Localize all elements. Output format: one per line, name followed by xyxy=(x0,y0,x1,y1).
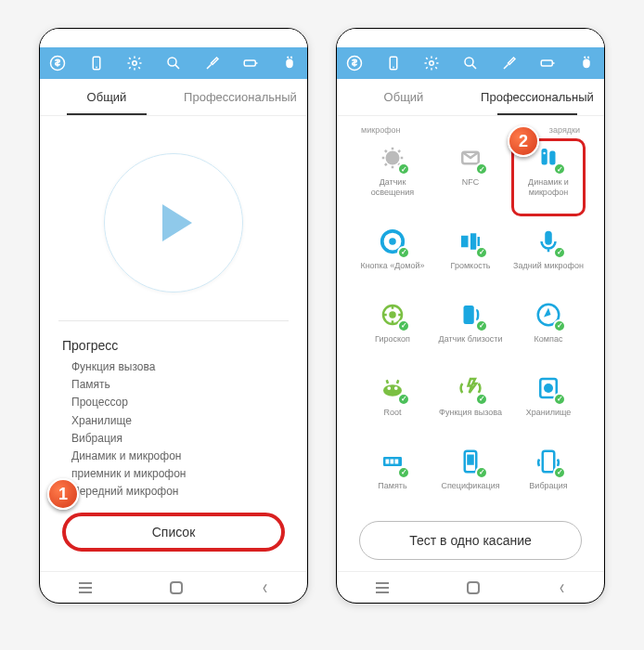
battery-icon[interactable] xyxy=(539,55,556,72)
progress-item: Процессор xyxy=(71,394,289,411)
gear-icon[interactable] xyxy=(126,55,143,72)
check-badge-icon xyxy=(475,393,488,406)
test-icon xyxy=(535,448,562,475)
battery-icon[interactable] xyxy=(242,55,259,72)
grid-cell-label: Вибрация xyxy=(529,481,567,491)
toolbar xyxy=(337,47,604,79)
brush-icon[interactable] xyxy=(501,55,518,72)
callout-badge-1: 1 xyxy=(47,478,79,510)
grid-cell-label: Хранилище xyxy=(526,408,572,418)
nav-back-icon[interactable]: ‹ xyxy=(263,576,267,600)
nav-bar: ‹ xyxy=(40,571,307,603)
check-badge-icon xyxy=(397,393,410,406)
svg-point-16 xyxy=(386,151,400,165)
grid-cell[interactable]: Память xyxy=(355,442,430,510)
grid-cell[interactable]: Кнопка «Домой» xyxy=(355,222,430,290)
svg-point-20 xyxy=(543,152,546,155)
test-icon xyxy=(535,144,562,172)
grid-cell[interactable]: NFC xyxy=(433,138,508,216)
search-icon[interactable] xyxy=(462,55,479,72)
grid-cell-label: Задний микрофон xyxy=(513,261,584,271)
grid-cell[interactable]: Хранилище xyxy=(511,369,586,436)
progress-item: Динамик и микрофон xyxy=(71,448,289,465)
one-touch-test-button[interactable]: Тест в одно касание xyxy=(359,521,582,560)
search-icon[interactable] xyxy=(165,55,182,72)
grid-cell[interactable]: Спецификация xyxy=(433,442,508,510)
brush-icon[interactable] xyxy=(204,55,221,72)
svg-rect-18 xyxy=(542,149,547,165)
grid-cell[interactable]: Гироскоп xyxy=(355,295,430,363)
check-badge-icon xyxy=(397,466,410,479)
grid-cell-label: Датчик близости xyxy=(439,334,503,344)
dollar-icon[interactable] xyxy=(49,55,66,72)
test-grid: Датчик освещенияNFCДинамик и микрофонКно… xyxy=(355,138,586,510)
test-icon xyxy=(457,144,484,172)
tab-general[interactable]: Общий xyxy=(337,79,470,115)
rabbit-icon[interactable] xyxy=(281,55,298,72)
svg-point-32 xyxy=(394,386,398,390)
header-mini-row: микрофон зарядки xyxy=(355,125,586,138)
gear-icon[interactable] xyxy=(423,55,440,72)
toolbar xyxy=(40,47,307,79)
check-badge-icon xyxy=(553,393,566,406)
test-icon xyxy=(457,228,484,255)
check-badge-icon xyxy=(397,246,410,259)
svg-rect-37 xyxy=(391,459,394,463)
phone-left: Общий Профессиональный Прогресс Функция … xyxy=(39,28,308,604)
nav-home-icon[interactable] xyxy=(170,581,183,594)
nav-back-icon[interactable]: ‹ xyxy=(560,576,564,600)
progress-item: Память xyxy=(71,376,289,394)
nav-recent-icon[interactable] xyxy=(376,582,389,593)
nav-recent-icon[interactable] xyxy=(79,582,92,593)
content-general: Прогресс Функция вызова Память Процессор… xyxy=(40,116,307,571)
tab-professional[interactable]: Профессиональный xyxy=(470,79,604,115)
svg-rect-40 xyxy=(467,454,474,464)
svg-point-31 xyxy=(387,386,391,390)
test-icon xyxy=(457,301,484,329)
svg-point-12 xyxy=(465,58,473,66)
grid-cell[interactable]: Громкость xyxy=(433,222,508,290)
tab-professional[interactable]: Профессиональный xyxy=(174,79,307,115)
status-bar xyxy=(40,29,307,47)
progress-item: Функция вызова xyxy=(71,358,289,376)
grid-cell-label: Компас xyxy=(535,334,563,344)
svg-rect-14 xyxy=(542,60,553,66)
check-badge-icon xyxy=(397,162,410,176)
grid-cell[interactable]: Компас xyxy=(511,295,586,363)
progress-item: приемник и микрофон xyxy=(71,465,289,483)
grid-cell-label: Кнопка «Домой» xyxy=(360,261,424,271)
test-icon xyxy=(379,228,406,255)
dollar-icon[interactable] xyxy=(346,55,363,72)
grid-cell[interactable]: Датчик близости xyxy=(433,295,508,363)
phone-icon[interactable] xyxy=(385,55,402,72)
list-button[interactable]: Список xyxy=(62,513,285,552)
grid-cell[interactable]: Вибрация xyxy=(511,442,586,510)
grid-cell[interactable]: Задний микрофон xyxy=(511,222,586,290)
grid-cell-label: Динамик и микрофон xyxy=(514,177,583,198)
check-badge-icon xyxy=(475,319,488,332)
svg-line-5 xyxy=(175,65,179,69)
nav-home-icon[interactable] xyxy=(467,581,480,594)
test-icon xyxy=(457,448,484,475)
grid-cell[interactable]: Root xyxy=(355,369,430,436)
check-badge-icon xyxy=(553,246,566,259)
status-bar xyxy=(337,29,604,47)
svg-rect-36 xyxy=(386,459,390,463)
grid-cell-label: Память xyxy=(378,481,406,491)
tab-general[interactable]: Общий xyxy=(40,79,174,115)
check-badge-icon xyxy=(397,319,410,332)
svg-point-27 xyxy=(389,311,396,318)
mini-label-charge: зарядки xyxy=(549,125,580,135)
check-badge-icon xyxy=(553,162,566,176)
rabbit-icon[interactable] xyxy=(578,55,595,72)
phone-icon[interactable] xyxy=(88,55,105,72)
play-button[interactable] xyxy=(104,153,243,292)
svg-point-3 xyxy=(133,61,137,66)
progress-list: Функция вызова Память Процессор Хранилищ… xyxy=(58,358,289,501)
svg-rect-25 xyxy=(545,231,552,245)
divider xyxy=(58,320,289,321)
grid-cell[interactable]: Функция вызова xyxy=(433,369,508,436)
check-badge-icon xyxy=(553,466,566,479)
svg-point-34 xyxy=(544,384,553,393)
grid-cell[interactable]: Датчик освещения xyxy=(355,138,430,216)
